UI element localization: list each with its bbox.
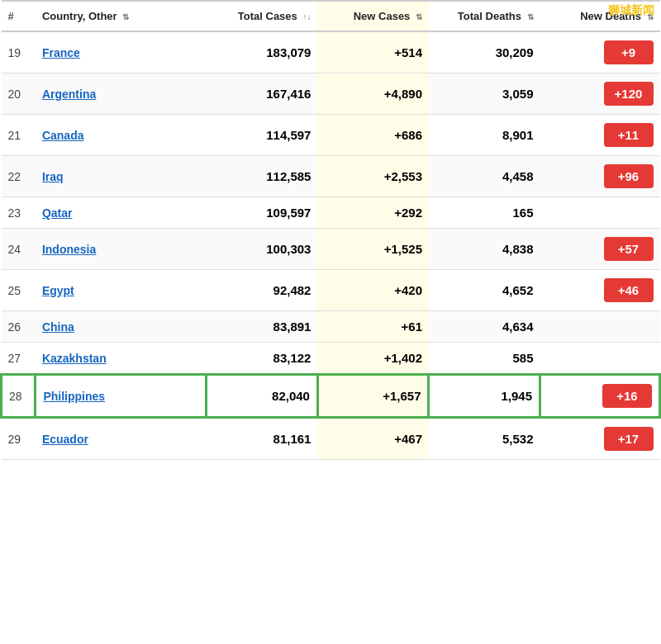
country-cell[interactable]: Indonesia	[36, 229, 207, 270]
country-link[interactable]: Kazakhstan	[42, 352, 107, 365]
new-deaths-cell	[540, 343, 660, 375]
rank-cell: 23	[2, 197, 36, 229]
total-cases-cell: 82,040	[207, 375, 318, 418]
new-deaths-cell: +120	[540, 73, 660, 115]
new-cases-cell: +2,553	[317, 156, 429, 197]
table-row: 19France183,079+51430,209+9	[2, 31, 660, 73]
rank-cell: 22	[2, 156, 36, 197]
total-cases-cell: 81,161	[207, 418, 318, 460]
table-row: 21Canada114,597+6868,901+11	[2, 115, 660, 156]
total-cases-cell: 114,597	[207, 115, 318, 156]
rank-cell: 21	[2, 115, 36, 156]
country-cell[interactable]: Argentina	[36, 73, 207, 115]
new-deaths-badge: +46	[604, 278, 654, 302]
country-link[interactable]: Qatar	[42, 206, 73, 220]
new-cases-cell: +1,657	[317, 375, 429, 418]
table-row: 28Philippines82,040+1,6571,945+16	[2, 375, 660, 418]
new-deaths-cell: +16	[540, 375, 660, 418]
new-deaths-cell	[540, 311, 660, 343]
country-cell[interactable]: Qatar	[36, 197, 207, 229]
col-total-deaths-header[interactable]: Total Deaths ⇅	[429, 1, 540, 31]
sort-new-cases-icon[interactable]: ⇅	[416, 12, 422, 21]
table-row: 26China83,891+614,634	[2, 311, 660, 343]
country-link[interactable]: Philippines	[43, 390, 105, 403]
table-row: 27Kazakhstan83,122+1,402585	[2, 343, 660, 375]
sort-total-cases-icon[interactable]: ↑↓	[302, 12, 311, 21]
rank-cell: 19	[2, 31, 36, 73]
new-cases-cell: +1,525	[317, 229, 429, 270]
total-deaths-cell: 4,652	[429, 270, 540, 311]
rank-cell: 24	[2, 229, 36, 270]
country-cell[interactable]: Kazakhstan	[36, 343, 207, 375]
new-cases-cell: +467	[317, 418, 429, 460]
sort-total-deaths-icon[interactable]: ⇅	[527, 12, 534, 21]
rank-cell: 29	[2, 418, 36, 460]
rank-cell: 26	[2, 311, 36, 343]
table-row: 24Indonesia100,303+1,5254,838+57	[2, 229, 660, 270]
new-deaths-cell: +96	[540, 156, 660, 197]
watermark: 狮城新闻	[608, 3, 654, 18]
new-deaths-badge: +96	[604, 164, 654, 188]
country-link[interactable]: Argentina	[42, 88, 96, 101]
table-row: 23Qatar109,597+292165	[2, 197, 660, 229]
total-deaths-cell: 8,901	[429, 115, 540, 156]
country-link[interactable]: China	[42, 320, 74, 334]
total-deaths-cell: 4,458	[429, 156, 540, 197]
country-link[interactable]: Egypt	[42, 284, 74, 297]
new-cases-cell: +420	[317, 270, 429, 311]
new-deaths-cell: +57	[540, 229, 660, 270]
total-cases-cell: 92,482	[207, 270, 318, 311]
total-cases-cell: 109,597	[207, 197, 318, 229]
new-deaths-badge: +9	[604, 40, 654, 64]
new-cases-cell: +1,402	[317, 343, 429, 375]
sort-country-icon[interactable]: ⇅	[122, 12, 129, 21]
col-num-header: #	[2, 1, 36, 31]
new-deaths-badge: +120	[604, 82, 654, 106]
total-deaths-cell: 585	[429, 343, 540, 375]
country-cell[interactable]: Egypt	[36, 270, 207, 311]
new-cases-cell: +61	[317, 311, 429, 343]
country-cell[interactable]: China	[36, 311, 207, 343]
new-deaths-badge: +17	[604, 427, 654, 451]
table-row: 20Argentina167,416+4,8903,059+120	[2, 73, 660, 115]
total-deaths-cell: 1,945	[429, 375, 540, 418]
country-cell[interactable]: Canada	[36, 115, 207, 156]
total-deaths-cell: 3,059	[429, 73, 540, 115]
country-link[interactable]: Indonesia	[42, 243, 96, 256]
new-deaths-cell	[540, 197, 660, 229]
rank-cell: 27	[2, 343, 36, 375]
total-cases-cell: 83,891	[207, 311, 318, 343]
total-deaths-cell: 4,634	[429, 311, 540, 343]
country-cell[interactable]: Philippines	[36, 375, 207, 418]
new-deaths-badge: +16	[602, 384, 652, 408]
table-row: 25Egypt92,482+4204,652+46	[2, 270, 660, 311]
col-total-cases-header[interactable]: Total Cases ↑↓	[207, 1, 318, 31]
country-cell[interactable]: Ecuador	[36, 418, 207, 460]
total-cases-cell: 83,122	[207, 343, 318, 375]
new-deaths-cell: +11	[540, 115, 660, 156]
country-cell[interactable]: France	[36, 31, 207, 73]
new-cases-cell: +4,890	[317, 73, 429, 115]
total-deaths-cell: 30,209	[429, 31, 540, 73]
country-link[interactable]: Iraq	[42, 170, 64, 183]
total-deaths-cell: 165	[429, 197, 540, 229]
col-country-header[interactable]: Country, Other ⇅	[36, 1, 207, 31]
new-cases-cell: +292	[317, 197, 429, 229]
new-deaths-badge: +57	[604, 237, 654, 261]
total-cases-cell: 112,585	[207, 156, 318, 197]
new-deaths-cell: +46	[540, 270, 660, 311]
col-new-cases-header[interactable]: New Cases ⇅	[317, 1, 429, 31]
rank-cell: 25	[2, 270, 36, 311]
rank-cell: 20	[2, 73, 36, 115]
country-cell[interactable]: Iraq	[36, 156, 207, 197]
country-link[interactable]: Ecuador	[42, 433, 88, 446]
new-deaths-cell: +9	[540, 31, 660, 73]
total-cases-cell: 100,303	[207, 229, 318, 270]
total-deaths-cell: 4,838	[429, 229, 540, 270]
new-cases-cell: +514	[317, 31, 429, 73]
country-link[interactable]: France	[42, 46, 80, 59]
total-deaths-cell: 5,532	[429, 418, 540, 460]
rank-cell: 28	[2, 375, 36, 418]
table-row: 22Iraq112,585+2,5534,458+96	[2, 156, 660, 197]
country-link[interactable]: Canada	[42, 129, 84, 142]
